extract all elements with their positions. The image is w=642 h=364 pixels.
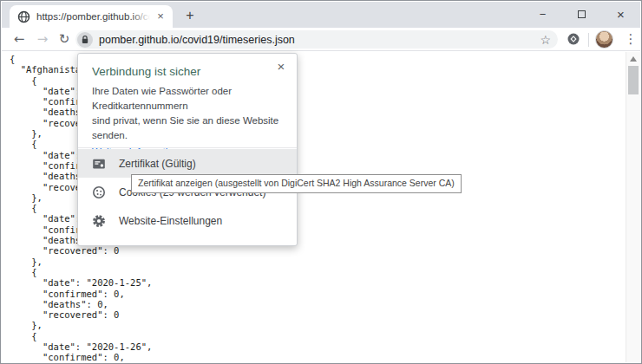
window-maximize-button[interactable]: [562, 2, 601, 26]
popup-separator: [78, 147, 297, 148]
globe-favicon-icon: [17, 10, 30, 23]
profile-avatar[interactable]: [595, 30, 613, 49]
url-text: pomber.github.io/covid19/timeseries.json: [99, 34, 540, 46]
menu-item-label: Website-Einstellungen: [119, 215, 222, 227]
window-controls: − ×: [523, 2, 640, 26]
tab-title-fade: [131, 10, 154, 23]
site-info-popup: × Verbindung ist sicher Ihre Daten wie P…: [77, 53, 298, 246]
popup-title: Verbindung ist sicher: [92, 65, 283, 78]
maximize-icon: [578, 10, 586, 18]
scrollbar[interactable]: [626, 52, 640, 362]
popup-close-button[interactable]: ×: [273, 59, 289, 75]
certificate-tooltip: Zertifikat anzeigen (ausgestellt von Dig…: [131, 174, 462, 193]
window-minimize-button[interactable]: −: [523, 2, 562, 26]
toolbar-divider: [588, 33, 589, 47]
new-tab-button[interactable]: +: [180, 8, 200, 23]
forward-button[interactable]: →: [34, 30, 51, 48]
tab-title: https://pomber.github.io/covid19: [36, 10, 154, 23]
toolbar: ← → ↻ pomber.github.io/covid19/timeserie…: [2, 28, 640, 51]
address-bar[interactable]: pomber.github.io/covid19/timeseries.json…: [75, 30, 558, 49]
settings-gear-icon: [92, 214, 106, 228]
reload-button[interactable]: ↻: [56, 30, 73, 48]
scrollbar-up-arrow-icon[interactable]: [630, 56, 637, 62]
certificate-icon: [92, 157, 106, 171]
scrollbar-thumb[interactable]: [628, 66, 639, 94]
cookie-icon: [92, 185, 106, 199]
browser-menu-button[interactable]: ⋮: [623, 29, 639, 49]
browser-tab[interactable]: https://pomber.github.io/covid19 ×: [10, 5, 173, 28]
extension-icon[interactable]: [567, 32, 580, 46]
titlebar: https://pomber.github.io/covid19 × + − ×: [2, 2, 640, 28]
lock-icon: [81, 35, 89, 44]
browser-window: https://pomber.github.io/covid19 × + − ×…: [0, 0, 642, 364]
tab-close-button[interactable]: ×: [154, 10, 167, 23]
popup-body-text: Ihre Daten wie Passwörter oder Kreditkar…: [92, 84, 283, 143]
menu-item-label: Zertifikat (Gültig): [119, 158, 196, 170]
window-close-button[interactable]: ×: [601, 2, 640, 26]
menu-item-site-settings[interactable]: Website-Einstellungen: [78, 206, 297, 235]
back-button[interactable]: ←: [10, 30, 28, 48]
site-info-lock-button[interactable]: [77, 32, 93, 48]
bookmark-star-icon[interactable]: ☆: [540, 32, 551, 48]
